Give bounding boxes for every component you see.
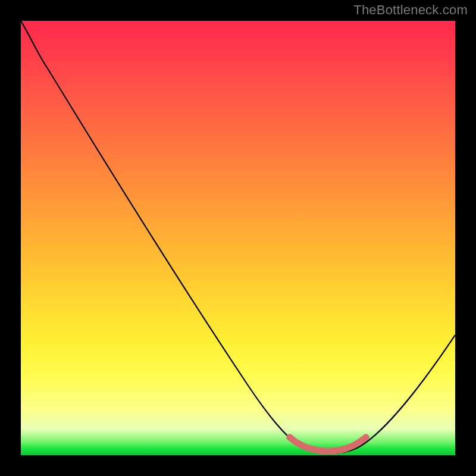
plot-area	[21, 21, 455, 455]
watermark-text: TheBottleneck.com	[353, 2, 468, 18]
marker-end-left	[287, 434, 293, 441]
chart-frame: TheBottleneck.com	[0, 0, 476, 476]
bottleneck-curve-path	[21, 21, 455, 453]
bottleneck-curve-svg	[21, 21, 455, 455]
marker-end-right	[363, 434, 369, 441]
